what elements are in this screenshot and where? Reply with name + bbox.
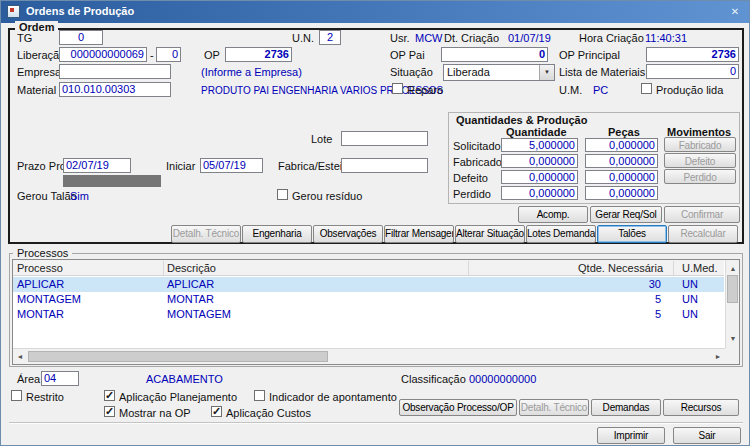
area-descricao: ACABAMENTO xyxy=(146,373,223,385)
col-qtde-necessaria: Qtde. Necessária xyxy=(473,262,663,274)
chevron-down-icon[interactable]: ▼ xyxy=(539,65,554,80)
iniciar-field[interactable]: 05/07/19 xyxy=(200,158,263,173)
cell-descricao: MONTAGEM xyxy=(167,308,231,320)
liberacao-seq-field[interactable]: 0 xyxy=(156,47,181,62)
titlebar: Ordens de Produção ✕ xyxy=(1,1,749,23)
perdido-pecas-field[interactable]: 0,000000 xyxy=(585,186,658,200)
fabrica-esteira-field[interactable] xyxy=(341,158,428,173)
observacao-processo-op-button[interactable]: Observação Processo/OP xyxy=(399,399,517,416)
empresa-label: Empresa xyxy=(17,66,61,78)
empresa-field[interactable] xyxy=(59,64,171,79)
col-descricao: Descrição xyxy=(167,262,216,274)
liberacao-separator: - xyxy=(150,49,154,61)
table-row[interactable]: MONTAR MONTAGEM 5 UN xyxy=(13,307,724,322)
prazo-progr-field[interactable]: 02/07/19 xyxy=(63,158,131,173)
situacao-label: Situação xyxy=(390,66,433,78)
confirmar-button: Confirmar xyxy=(664,206,740,223)
cell-descricao: MONTAR xyxy=(167,293,214,305)
scroll-right-icon[interactable]: ► xyxy=(711,350,725,364)
cell-processo: MONTAGEM xyxy=(17,293,81,305)
close-icon[interactable]: ✕ xyxy=(726,4,744,19)
col-umed: U.Med. xyxy=(682,262,717,274)
aplicacao-custos-checkbox[interactable] xyxy=(211,406,222,417)
situacao-combo[interactable]: Liberada ▼ xyxy=(443,64,555,81)
vertical-scrollbar-thumb[interactable] xyxy=(727,275,738,303)
op-pai-field[interactable]: 0 xyxy=(441,47,548,62)
cell-qtde: 5 xyxy=(483,308,661,320)
un-field[interactable]: 2 xyxy=(319,30,341,45)
op-principal-field[interactable]: 2736 xyxy=(646,47,739,62)
col-pecas: Peças xyxy=(608,126,640,138)
material-field[interactable]: 010.010.00303 xyxy=(59,82,171,97)
movimento-fabricado-button: Fabricado xyxy=(664,137,736,152)
indicador-apontamento-label: Indicador de apontamento xyxy=(269,391,397,403)
toolbar-recalcular-button: Recalcular xyxy=(668,225,738,243)
usr-value: MCW xyxy=(415,32,443,44)
fabricado-quantidade-field[interactable]: 0,000000 xyxy=(501,154,578,168)
fabricado-pecas-field[interactable]: 0,000000 xyxy=(585,154,658,168)
reparo-checkbox[interactable] xyxy=(392,83,403,94)
ordens-producao-window: Ordens de Produção ✕ Ordem TG 0 U.N. 2 U… xyxy=(0,0,750,446)
scroll-up-icon[interactable]: ▲ xyxy=(726,262,740,276)
area-label: Área xyxy=(17,373,40,385)
imprimir-button[interactable]: Imprimir xyxy=(597,427,665,444)
gerou-residuo-checkbox[interactable] xyxy=(277,189,288,200)
horizontal-scrollbar-thumb[interactable] xyxy=(28,351,328,362)
cell-umed: UN xyxy=(682,293,698,305)
horizontal-scrollbar[interactable]: ◄ ► xyxy=(13,348,725,364)
recursos-button[interactable]: Recursos xyxy=(663,399,739,416)
cell-umed: UN xyxy=(682,308,698,320)
prazo-dark-field xyxy=(63,175,161,187)
demandas-button[interactable]: Demandas xyxy=(591,399,661,416)
fabricado-label: Fabricado xyxy=(453,156,502,168)
cell-qtde: 5 xyxy=(483,293,661,305)
aplicacao-planejamento-checkbox[interactable] xyxy=(104,390,115,401)
solicitado-pecas-field[interactable]: 0,000000 xyxy=(585,138,658,152)
toolbar-alterar-situacao-button[interactable]: Alterar Situação xyxy=(455,225,525,243)
lista-materiais-label: Lista de Materiais xyxy=(559,66,645,78)
vertical-scrollbar[interactable]: ▲ ▼ xyxy=(725,260,739,348)
table-row[interactable]: MONTAGEM MONTAR 5 UN xyxy=(13,292,724,307)
dt-criacao-label: Dt. Criação xyxy=(444,32,499,44)
table-row[interactable]: APLICAR APLICAR 30 UN xyxy=(13,277,724,292)
op-field[interactable]: 2736 xyxy=(225,47,292,62)
iniciar-label: Iniciar xyxy=(166,160,195,172)
lote-field[interactable] xyxy=(341,131,428,146)
toolbar-filtrar-mensagens-button[interactable]: Filtrar Mensagens xyxy=(384,225,454,243)
scroll-left-icon[interactable]: ◄ xyxy=(13,350,27,364)
lista-materiais-field[interactable]: 0 xyxy=(646,64,739,79)
producao-lida-label: Produção lida xyxy=(656,84,723,96)
sair-button[interactable]: Sair xyxy=(673,427,741,444)
mostrar-na-op-checkbox[interactable] xyxy=(104,406,115,417)
perdido-quantidade-field[interactable]: 0,000000 xyxy=(501,186,578,200)
classificacao-label: Classificação xyxy=(401,373,466,385)
restrito-checkbox[interactable] xyxy=(11,390,22,401)
cell-umed: UN xyxy=(682,278,698,290)
producao-lida-checkbox[interactable] xyxy=(641,83,652,94)
defeito-label: Defeito xyxy=(453,172,488,184)
footer-separator xyxy=(9,422,743,424)
solicitado-label: Solicitado xyxy=(453,140,501,152)
area-field[interactable]: 04 xyxy=(41,371,79,386)
un-label: U.N. xyxy=(292,32,314,44)
toolbar-lotes-demandas-button[interactable]: Lotes Demandas xyxy=(526,225,596,243)
op-pai-label: OP Pai xyxy=(390,49,425,61)
indicador-apontamento-checkbox[interactable] xyxy=(254,390,265,401)
tg-field[interactable]: 0 xyxy=(59,30,103,45)
solicitado-quantidade-field[interactable]: 5,000000 xyxy=(501,138,578,152)
toolbar-taloes-button[interactable]: Talões xyxy=(597,225,667,243)
movimento-perdido-button: Perdido xyxy=(664,169,736,184)
toolbar-engenharia-button[interactable]: Engenharia xyxy=(242,225,312,243)
gerar-req-sol-button[interactable]: Gerar Req/Sol xyxy=(590,206,662,223)
tg-label: TG xyxy=(17,32,32,44)
cell-qtde: 30 xyxy=(483,278,661,290)
defeito-pecas-field[interactable]: 0,000000 xyxy=(585,170,658,184)
processos-table-header: Processo Descrição Qtde. Necessária U.Me… xyxy=(13,260,724,276)
toolbar-observacoes-button[interactable]: Observações xyxy=(313,225,383,243)
gerou-residuo-label: Gerou resíduo xyxy=(292,190,362,202)
detalh-tecnico-button: Detalh. Técnico xyxy=(519,399,589,416)
defeito-quantidade-field[interactable]: 0,000000 xyxy=(501,170,578,184)
liberacao-field[interactable]: 000000000069 xyxy=(59,47,147,62)
scroll-down-icon[interactable]: ▼ xyxy=(726,332,740,346)
acomp-button[interactable]: Acomp. xyxy=(518,206,588,223)
